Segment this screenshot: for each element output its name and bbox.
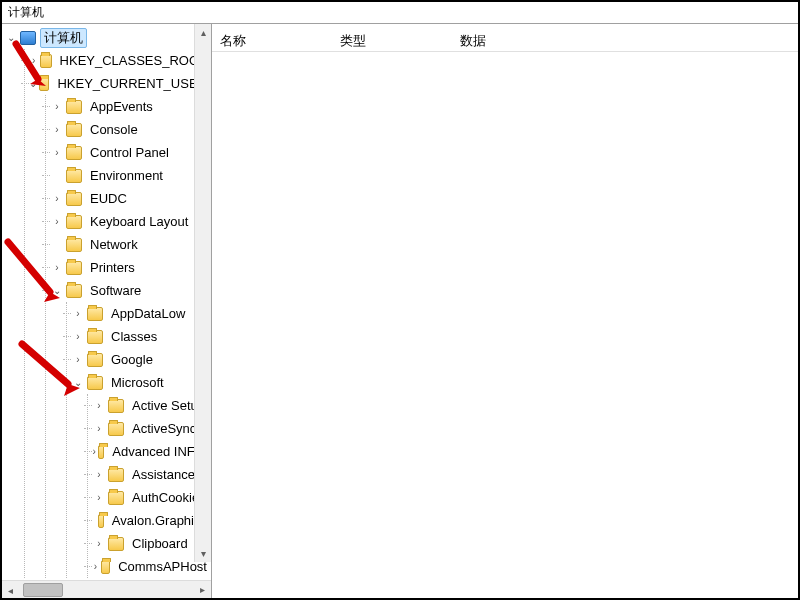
list-header: 名称 类型 数据 bbox=[212, 24, 798, 52]
collapse-icon[interactable]: ⌄ bbox=[71, 376, 85, 390]
tree-node-microsoft[interactable]: ⌄Microsoft bbox=[67, 371, 211, 394]
tree-node-computer[interactable]: ⌄ 计算机 bbox=[4, 26, 211, 49]
expand-icon[interactable]: › bbox=[71, 307, 85, 321]
expand-icon[interactable]: › bbox=[92, 468, 106, 482]
tree-node-label: HKEY_CLASSES_ROOT bbox=[56, 52, 211, 69]
expand-icon[interactable]: › bbox=[50, 215, 64, 229]
tree-node[interactable]: ›Active Setup bbox=[88, 394, 211, 417]
tree-node-label: Printers bbox=[86, 259, 139, 276]
expand-icon[interactable]: › bbox=[92, 537, 106, 551]
tree-vertical-scrollbar[interactable] bbox=[194, 24, 211, 562]
tree-node-label: AppDataLow bbox=[107, 305, 189, 322]
folder-icon bbox=[66, 100, 82, 114]
column-header-data[interactable]: 数据 bbox=[452, 28, 798, 54]
window-title: 计算机 bbox=[8, 4, 44, 21]
folder-icon bbox=[101, 560, 110, 574]
tree-node[interactable]: ›Google bbox=[67, 348, 211, 371]
tree-node[interactable]: ›EUDC bbox=[46, 187, 211, 210]
tree-node[interactable]: ›Assistance bbox=[88, 463, 211, 486]
title-bar: 计算机 bbox=[2, 2, 798, 24]
folder-icon bbox=[87, 353, 103, 367]
folder-icon bbox=[66, 123, 82, 137]
tree-node-hkcr[interactable]: › HKEY_CLASSES_ROOT bbox=[25, 49, 211, 72]
expand-icon[interactable]: › bbox=[50, 146, 64, 160]
folder-icon bbox=[87, 330, 103, 344]
folder-icon bbox=[87, 307, 103, 321]
expand-icon[interactable]: › bbox=[50, 123, 64, 137]
scroll-left-icon[interactable] bbox=[2, 582, 19, 597]
tree-node[interactable]: ›AuthCookies bbox=[88, 486, 211, 509]
tree-node[interactable]: ›Network bbox=[46, 233, 211, 256]
tree-node[interactable]: ›Environment bbox=[46, 164, 211, 187]
expand-icon[interactable]: › bbox=[71, 353, 85, 367]
expand-icon[interactable]: › bbox=[29, 54, 38, 68]
expand-icon[interactable]: › bbox=[71, 330, 85, 344]
tree-node-label: HKEY_CURRENT_USER bbox=[53, 75, 211, 92]
tree-node-label: Clipboard bbox=[128, 535, 192, 552]
tree-node-label: Assistance bbox=[128, 466, 199, 483]
tree-node-label: Environment bbox=[86, 167, 167, 184]
computer-icon bbox=[20, 31, 36, 45]
folder-icon bbox=[108, 491, 124, 505]
expand-icon[interactable]: › bbox=[92, 399, 106, 413]
tree-scroll-area: ⌄ 计算机 › HKEY_CLASSES_ROOT bbox=[2, 24, 211, 580]
expand-icon[interactable]: › bbox=[92, 422, 106, 436]
expand-icon[interactable]: › bbox=[50, 100, 64, 114]
tree-node[interactable]: ›ActiveSync bbox=[88, 417, 211, 440]
tree-node-label: ActiveSync bbox=[128, 420, 200, 437]
folder-icon bbox=[108, 537, 124, 551]
body: ⌄ 计算机 › HKEY_CLASSES_ROOT bbox=[2, 24, 798, 598]
scroll-down-icon[interactable] bbox=[196, 545, 211, 562]
tree-node[interactable]: ›Advanced INF S bbox=[88, 440, 211, 463]
tree-node-label: Microsoft bbox=[107, 374, 168, 391]
folder-icon bbox=[66, 146, 82, 160]
scrollbar-thumb[interactable] bbox=[23, 583, 63, 597]
folder-icon bbox=[66, 238, 82, 252]
tree-node[interactable]: ›Clipboard bbox=[88, 532, 211, 555]
scroll-right-icon[interactable] bbox=[194, 582, 211, 598]
list-body[interactable] bbox=[212, 52, 798, 598]
folder-icon bbox=[66, 261, 82, 275]
tree-node[interactable]: ›Console bbox=[46, 118, 211, 141]
registry-tree[interactable]: ⌄ 计算机 › HKEY_CLASSES_ROOT bbox=[4, 26, 211, 578]
collapse-icon[interactable]: ⌄ bbox=[50, 284, 64, 298]
tree-node[interactable]: ›CommsAPHost bbox=[88, 555, 211, 578]
folder-icon bbox=[87, 376, 103, 390]
expand-icon[interactable]: › bbox=[50, 261, 64, 275]
tree-node-label: Console bbox=[86, 121, 142, 138]
folder-icon bbox=[108, 399, 124, 413]
column-header-name[interactable]: 名称 bbox=[212, 28, 332, 54]
scroll-up-icon[interactable] bbox=[196, 24, 211, 41]
tree-node-hkcu[interactable]: ⌄ HKEY_CURRENT_USER bbox=[25, 72, 211, 95]
folder-icon bbox=[98, 514, 104, 528]
tree-node[interactable]: ›Classes bbox=[67, 325, 211, 348]
tree-node-label: 计算机 bbox=[40, 28, 87, 48]
tree-node-label: Control Panel bbox=[86, 144, 173, 161]
folder-icon bbox=[108, 422, 124, 436]
folder-icon bbox=[40, 54, 51, 68]
registry-editor-window: 计算机 ⌄ 计算机 bbox=[0, 0, 800, 600]
folder-icon bbox=[66, 169, 82, 183]
expand-icon[interactable]: › bbox=[50, 192, 64, 206]
folder-icon bbox=[98, 445, 104, 459]
tree-node[interactable]: ›Keyboard Layout bbox=[46, 210, 211, 233]
expand-icon[interactable]: › bbox=[92, 491, 106, 505]
tree-node[interactable]: ›AppEvents bbox=[46, 95, 211, 118]
tree-node-label: AppEvents bbox=[86, 98, 157, 115]
collapse-icon[interactable]: ⌄ bbox=[29, 77, 37, 91]
folder-icon bbox=[108, 468, 124, 482]
tree-node[interactable]: ›AppDataLow bbox=[67, 302, 211, 325]
tree-horizontal-scrollbar[interactable] bbox=[2, 580, 211, 598]
tree-node-label: Classes bbox=[107, 328, 161, 345]
tree-pane: ⌄ 计算机 › HKEY_CLASSES_ROOT bbox=[2, 24, 212, 598]
tree-node-label: Keyboard Layout bbox=[86, 213, 192, 230]
expand-icon[interactable]: › bbox=[92, 445, 96, 459]
tree-node-label: EUDC bbox=[86, 190, 131, 207]
tree-node[interactable]: ›Control Panel bbox=[46, 141, 211, 164]
tree-node[interactable]: ›Printers bbox=[46, 256, 211, 279]
tree-node[interactable]: ›Avalon.Graphics bbox=[88, 509, 211, 532]
column-header-type[interactable]: 类型 bbox=[332, 28, 452, 54]
tree-node-software[interactable]: ⌄Software bbox=[46, 279, 211, 302]
collapse-icon[interactable]: ⌄ bbox=[4, 31, 18, 45]
expand-icon[interactable]: › bbox=[92, 560, 99, 574]
